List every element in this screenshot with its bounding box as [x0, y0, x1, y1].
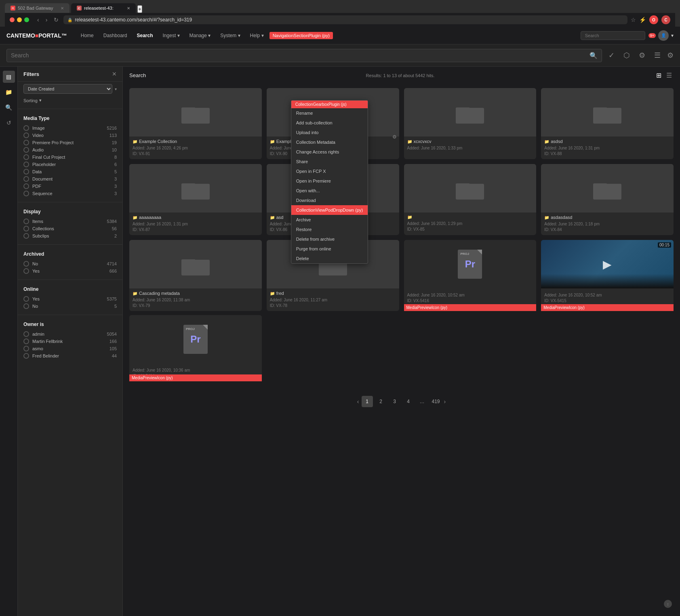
- page-button-last[interactable]: 419: [430, 396, 442, 407]
- list-button[interactable]: ☰: [652, 48, 663, 62]
- refresh-button[interactable]: ↻: [52, 16, 60, 24]
- global-search-input[interactable]: [581, 31, 645, 40]
- back-button[interactable]: ‹: [36, 16, 41, 24]
- filter-item-owner-asmo[interactable]: asmo 105: [23, 345, 117, 352]
- grid-item-5[interactable]: 📁 aaaaaaaaa Added: June 16 2020, 1:31 pm…: [129, 164, 262, 235]
- filter-item-archived-yes[interactable]: Yes 666: [23, 267, 117, 275]
- context-purge-online[interactable]: Purge from online: [291, 244, 368, 254]
- grid-item-12[interactable]: ▶ 00:15 MediaPreviewIcon (py) Added: Jun…: [541, 240, 674, 311]
- forward-button[interactable]: ›: [44, 16, 49, 24]
- grid-item-11[interactable]: PROJ Pr MediaPreviewIcon (py) Added: Jun…: [404, 240, 537, 311]
- context-access-rights[interactable]: Change Access rights: [291, 147, 368, 157]
- context-upload[interactable]: Upload into: [291, 128, 368, 137]
- page-button-2[interactable]: 2: [375, 396, 387, 407]
- filter-item-placeholder[interactable]: Placeholder 6: [23, 161, 117, 168]
- filter-item-items[interactable]: Items 5384: [23, 218, 117, 225]
- user-avatar2-chrome[interactable]: C: [661, 15, 670, 24]
- context-add-subcollection[interactable]: Add sub-collection: [291, 118, 368, 128]
- nav-system[interactable]: System ▾: [216, 30, 244, 41]
- grid-item-7[interactable]: 📁 Added: June 16 2020, 1:29 pmID: VX-85 …: [404, 164, 537, 235]
- search-submit-icon[interactable]: 🔍: [589, 52, 598, 59]
- page-button-4[interactable]: 4: [403, 396, 414, 407]
- nav-search[interactable]: Search: [133, 30, 157, 41]
- context-collection-metadata[interactable]: Collection Metadata: [291, 137, 368, 147]
- user-dropdown-arrow[interactable]: ▾: [671, 33, 674, 38]
- layers-button[interactable]: ⬡: [621, 48, 632, 62]
- filter-item-subclips[interactable]: Subclips 2: [23, 232, 117, 240]
- sorting-filter[interactable]: Sorting ▾: [18, 96, 122, 106]
- page-button-1[interactable]: 1: [362, 396, 373, 407]
- date-created-select[interactable]: Date Created: [23, 84, 112, 94]
- context-delete-from-archive[interactable]: Delete from archive: [291, 234, 368, 244]
- user-avatar-chrome[interactable]: O: [649, 15, 658, 24]
- filter-item-archived-no[interactable]: No 4714: [23, 260, 117, 267]
- filter-item-pdf[interactable]: PDF 3: [23, 183, 117, 190]
- filter-item-sequence[interactable]: Sequence 3: [23, 190, 117, 197]
- next-page-button[interactable]: ›: [444, 398, 446, 405]
- browser-tab-1[interactable]: R 502 Bad Gateway ✕: [5, 3, 69, 13]
- grid-item-4[interactable]: 📁 asdsd Added: June 16 2020, 1:31 pmID: …: [541, 88, 674, 159]
- grid-item-1[interactable]: 📁 Example Collection Added: June 16 2020…: [129, 88, 262, 159]
- prev-page-button[interactable]: ‹: [357, 398, 359, 405]
- search-input-wrap[interactable]: 🔍: [6, 49, 602, 62]
- filter-item-premiere[interactable]: Premiere Pro Project 19: [23, 139, 117, 146]
- context-delete[interactable]: Delete: [291, 254, 368, 263]
- filter-item-video[interactable]: Video 113: [23, 132, 117, 139]
- sidebar-collections-icon[interactable]: 📁: [3, 86, 15, 98]
- traffic-light-fullscreen[interactable]: [24, 17, 29, 22]
- user-avatar[interactable]: 👤: [658, 30, 669, 41]
- context-rename[interactable]: Rename: [291, 108, 368, 118]
- context-open-with[interactable]: Open with...: [291, 186, 368, 196]
- filter-item-fcp[interactable]: Final Cut Project 8: [23, 153, 117, 161]
- filter-item-online-yes[interactable]: Yes 5375: [23, 295, 117, 303]
- grid-item-8[interactable]: 📁 asdasdasd Added: June 16 2020, 1:18 pm…: [541, 164, 674, 235]
- search-input[interactable]: [11, 52, 589, 59]
- filter-sliders-button[interactable]: ⚙: [636, 48, 648, 62]
- extension-icon[interactable]: ⚡: [639, 17, 646, 23]
- grid-item-9[interactable]: 📁 Cascading metadata Added: June 16 2020…: [129, 240, 262, 311]
- traffic-light-close[interactable]: [10, 17, 15, 22]
- filter-item-image[interactable]: Image 5216: [23, 124, 117, 132]
- grid-view-button[interactable]: ⊞: [655, 71, 663, 80]
- filter-item-owner-martin[interactable]: Martin Fellbrink 166: [23, 338, 117, 345]
- nav-plugin-badge[interactable]: NavigationSectionPlugin (py): [269, 32, 333, 39]
- settings-button[interactable]: ⚙: [667, 51, 674, 60]
- nav-ingest[interactable]: Ingest ▾: [159, 30, 184, 41]
- sidebar-filters-icon[interactable]: ▤: [3, 71, 15, 83]
- context-archive[interactable]: Archive: [291, 215, 368, 225]
- nav-dashboard[interactable]: Dashboard: [99, 30, 131, 41]
- context-restore[interactable]: Restore: [291, 225, 368, 234]
- list-view-button[interactable]: ☰: [665, 71, 674, 80]
- filter-item-collections[interactable]: Collections 56: [23, 225, 117, 232]
- checkmark-button[interactable]: ✓: [606, 48, 617, 62]
- filter-item-owner-admin[interactable]: admin 5054: [23, 330, 117, 338]
- sidebar-search-icon[interactable]: 🔍: [3, 101, 15, 114]
- gear-icon-2[interactable]: ⚙: [392, 134, 397, 140]
- context-open-premiere[interactable]: Open in Premiere: [291, 176, 368, 186]
- nav-home[interactable]: Home: [77, 30, 98, 41]
- browser-tab-2[interactable]: C releasetest-43: ✕: [71, 3, 136, 13]
- grid-item-13[interactable]: PROJ Pr MediaPreviewIcon (py) Added: Jun…: [129, 315, 262, 381]
- bookmark-icon[interactable]: ☆: [631, 17, 636, 23]
- traffic-light-minimize[interactable]: [17, 17, 22, 22]
- filter-item-document[interactable]: Document 3: [23, 175, 117, 183]
- address-bar[interactable]: 🔒 releasetest-43.cantemo.com/search/#/?s…: [63, 15, 627, 24]
- filters-close-button[interactable]: ✕: [112, 71, 117, 77]
- new-tab-button[interactable]: +: [137, 5, 142, 13]
- sidebar-history-icon[interactable]: ↺: [3, 117, 15, 129]
- context-open-fcp[interactable]: Open in FCP X: [291, 166, 368, 176]
- nav-manage[interactable]: Manage ▾: [185, 30, 215, 41]
- grid-item-3[interactable]: 📁 xcxcvxcv Added: June 16 2020, 1:33 pm …: [404, 88, 537, 159]
- context-download[interactable]: Download: [291, 196, 368, 205]
- filter-item-data[interactable]: Data 5: [23, 168, 117, 175]
- context-share[interactable]: Share: [291, 157, 368, 166]
- grid-info-8: 📁 asdasdasd Added: June 16 2020, 1:18 pm…: [541, 212, 674, 235]
- filter-item-audio[interactable]: Audio 10: [23, 146, 117, 153]
- grid-item-2[interactable]: 📁 Example Collection Added: June 16 2020…: [267, 88, 399, 159]
- filter-item-owner-fred[interactable]: Fred Belinder 44: [23, 352, 117, 360]
- tab-close-2[interactable]: ✕: [127, 6, 130, 11]
- page-button-3[interactable]: 3: [389, 396, 400, 407]
- filter-item-online-no[interactable]: No 5: [23, 303, 117, 310]
- tab-close-1[interactable]: ✕: [61, 6, 64, 11]
- nav-help[interactable]: Help ▾: [246, 30, 268, 41]
